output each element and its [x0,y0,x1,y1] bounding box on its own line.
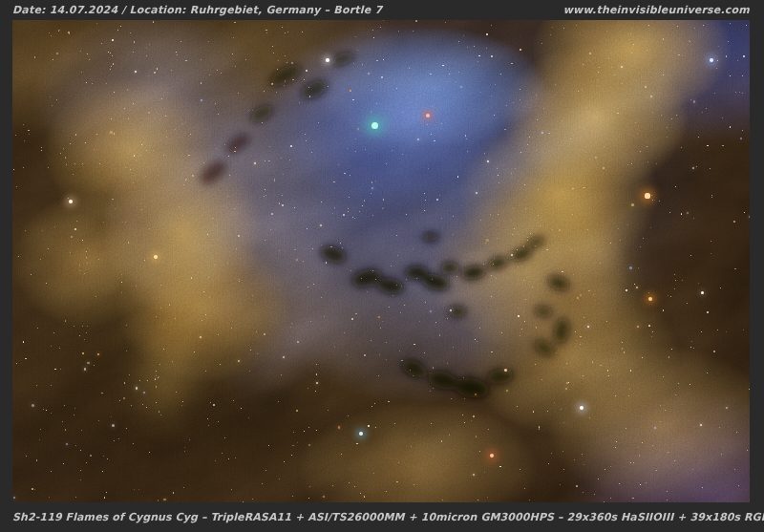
caption-label: Sh2-119 Flames of Cygnus Cyg – TripleRAS… [12,511,764,523]
red-star-2 [490,454,495,458]
nebula-photo [12,20,750,502]
red-star [426,114,430,117]
cyan-star-2 [359,432,363,436]
featured-stars [12,20,750,502]
caption-bar: Sh2-119 Flames of Cygnus Cyg – TripleRAS… [12,502,764,532]
photo-frame: Date: 14.07.2024 / Location: Ruhrgebiet,… [0,0,764,532]
gold-star [154,255,158,259]
white-star-2 [69,200,73,203]
orange-star [645,193,649,198]
orange-star-2 [648,297,652,301]
header-bar: Date: 14.07.2024 / Location: Ruhrgebiet,… [12,0,750,20]
blue-star [710,58,713,62]
white-star [580,406,584,410]
date-location-label: Date: 14.07.2024 / Location: Ruhrgebiet,… [12,4,382,16]
white-star-3 [326,58,329,62]
bright-cyan-star [371,122,378,129]
website-label: www.theinvisibleuniverse.com [563,4,750,16]
